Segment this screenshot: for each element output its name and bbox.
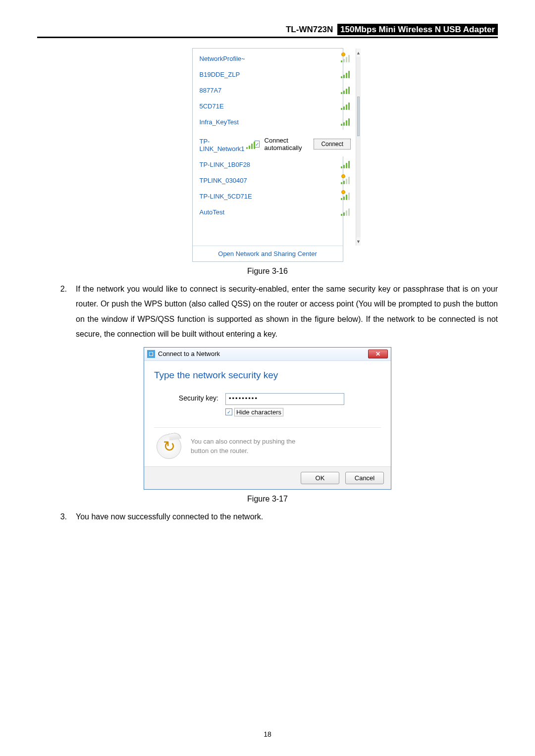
scroll-up-button[interactable]: ▲ bbox=[356, 49, 361, 57]
wifi-network-popup: NetworkProfile~ B19DDE_ZLP 8877A7 bbox=[192, 48, 343, 262]
dialog-title: Connect to a Network bbox=[158, 350, 220, 357]
wifi-name-label: TP-LINK_1B0F28 bbox=[200, 161, 251, 168]
dialog-headline: Type the network security key bbox=[154, 370, 381, 381]
dialog-titlebar: Connect to a Network ✕ bbox=[144, 348, 391, 361]
signal-icon bbox=[341, 192, 351, 200]
step-number: 2. bbox=[37, 282, 67, 342]
lock-icon bbox=[341, 174, 345, 178]
wps-hint-text: You can also connect by pushing the butt… bbox=[191, 437, 295, 455]
model-number: TL-WN723N bbox=[286, 25, 333, 34]
signal-icon bbox=[341, 70, 351, 78]
step-number: 3. bbox=[37, 509, 67, 524]
wifi-name-label: 5CD71E bbox=[200, 102, 224, 110]
wifi-name-label: Infra_KeyTest bbox=[200, 118, 239, 126]
wifi-name-label: TP-LINK_5CD71E bbox=[200, 193, 252, 200]
lock-icon bbox=[341, 190, 345, 194]
lock-icon bbox=[341, 52, 345, 56]
scroll-down-button[interactable]: ▼ bbox=[356, 237, 361, 246]
signal-icon bbox=[341, 208, 351, 216]
signal-icon bbox=[341, 118, 351, 126]
signal-icon bbox=[341, 102, 351, 110]
connect-button[interactable]: Connect bbox=[314, 139, 351, 150]
wifi-name-label: TPLINK_030407 bbox=[200, 177, 247, 184]
security-key-input[interactable]: ••••••••• bbox=[225, 393, 344, 405]
wifi-item-5cd71e[interactable]: 5CD71E bbox=[193, 98, 356, 114]
connect-network-dialog: Connect to a Network ✕ Type the network … bbox=[144, 347, 391, 490]
open-network-sharing-link[interactable]: Open Network and Sharing Center bbox=[193, 246, 343, 261]
wifi-name-label: B19DDE_ZLP bbox=[200, 71, 240, 78]
signal-icon bbox=[341, 54, 351, 62]
wifi-item-b19dde[interactable]: B19DDE_ZLP bbox=[193, 66, 356, 82]
wifi-network-list: NetworkProfile~ B19DDE_ZLP 8877A7 bbox=[193, 49, 356, 246]
step-text: You have now successfully connected to t… bbox=[76, 509, 498, 524]
signal-icon bbox=[341, 176, 351, 184]
wps-line2: button on the router. bbox=[191, 447, 295, 455]
close-button[interactable]: ✕ bbox=[368, 350, 388, 358]
signal-icon bbox=[341, 160, 351, 168]
signal-icon bbox=[341, 86, 351, 94]
wps-line1: You can also connect by pushing the bbox=[191, 437, 295, 446]
scrollbar[interactable]: ▲ ▼ bbox=[356, 49, 361, 246]
wifi-name-label: TP-LINK_Network1 bbox=[200, 138, 246, 152]
wifi-item-autotest[interactable]: AutoTest bbox=[193, 204, 356, 220]
scroll-thumb[interactable] bbox=[357, 97, 360, 136]
wifi-name-label: 8877A7 bbox=[200, 87, 222, 94]
router-icon: ↻ bbox=[154, 435, 184, 458]
cancel-button[interactable]: Cancel bbox=[345, 472, 384, 484]
scroll-track[interactable] bbox=[356, 57, 361, 237]
hide-characters-checkbox[interactable]: ✓ bbox=[225, 408, 232, 415]
wifi-item-8877a7[interactable]: 8877A7 bbox=[193, 82, 356, 98]
figure-caption: Figure 3-16 bbox=[37, 267, 498, 276]
wifi-item-tplink-5cd71e[interactable]: TP-LINK_5CD71E bbox=[193, 188, 356, 204]
connect-automatically-label: Connect automatically bbox=[265, 137, 304, 151]
doc-header: TL-WN723N 150Mbps Mini Wireless N USB Ad… bbox=[37, 25, 498, 38]
wifi-name-label: AutoTest bbox=[200, 208, 225, 216]
figure-caption: Figure 3-17 bbox=[37, 495, 498, 504]
wifi-item-networkprofile[interactable]: NetworkProfile~ bbox=[193, 50, 356, 66]
connect-automatically-checkbox[interactable]: ✓ bbox=[255, 141, 260, 148]
page-number: 18 bbox=[0, 730, 535, 738]
wifi-item-infrakeytest[interactable]: Infra_KeyTest bbox=[193, 114, 356, 130]
wifi-item-tplink-030407[interactable]: TPLINK_030407 bbox=[193, 172, 356, 188]
window-icon bbox=[147, 350, 155, 358]
security-key-label: Security key: bbox=[154, 393, 218, 402]
wifi-item-tplink-network1[interactable]: TP-LINK_Network1 ✓ Connect automatically… bbox=[193, 130, 356, 156]
wifi-name-label: NetworkProfile~ bbox=[200, 55, 245, 62]
ok-button[interactable]: OK bbox=[301, 472, 339, 484]
wifi-item-tplink-1b0f28[interactable]: TP-LINK_1B0F28 bbox=[193, 156, 356, 172]
step-text: If the network you would like to connect… bbox=[76, 282, 498, 342]
hide-characters-label: Hide characters bbox=[234, 408, 283, 416]
product-tagline: 150Mbps Mini Wireless N USB Adapter bbox=[337, 24, 498, 35]
signal-icon bbox=[246, 141, 255, 149]
